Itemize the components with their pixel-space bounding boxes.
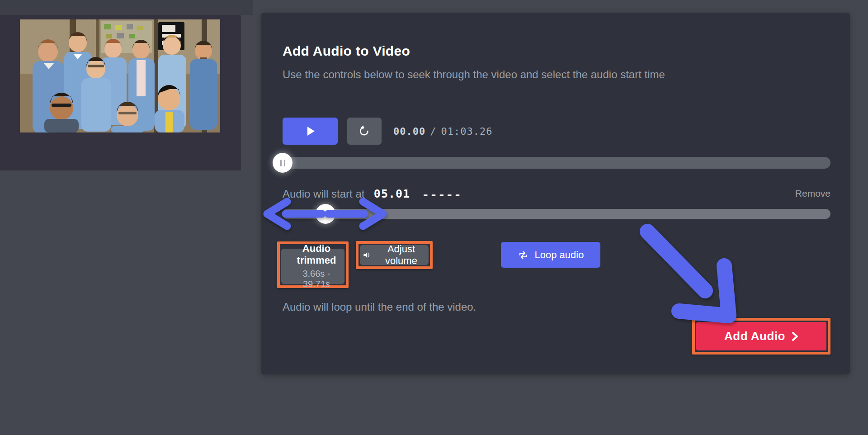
audio-slider-handle[interactable] xyxy=(316,204,335,224)
audio-start-label: Audio will start at xyxy=(283,188,364,200)
loop-note: Audio will loop until the end of the vid… xyxy=(283,301,476,313)
video-thumbnail[interactable] xyxy=(20,19,220,132)
app-root: Add Audio to Video Use the controls belo… xyxy=(0,0,868,435)
chevron-right-icon xyxy=(792,331,798,342)
dialog-subtitle: Use the controls below to seek through t… xyxy=(283,66,665,83)
video-thumbnail-art xyxy=(20,19,220,132)
remove-audio-link[interactable]: Remove xyxy=(795,188,830,199)
audio-start-value: 05.01 xyxy=(374,187,410,200)
player-controls: 00.00 / 01:03.26 xyxy=(283,118,492,145)
audio-start-row: Audio will start at 05.01 ----- Remove xyxy=(283,187,830,202)
video-seek-slider[interactable] xyxy=(283,157,830,169)
loop-audio-label: Loop audio xyxy=(535,249,584,261)
restart-icon xyxy=(358,125,371,137)
top-strip xyxy=(0,0,253,15)
add-audio-highlight: Add Audio xyxy=(692,318,830,355)
restart-button[interactable] xyxy=(347,118,382,145)
volume-icon xyxy=(363,250,371,260)
dialog-title: Add Audio to Video xyxy=(283,43,410,59)
add-audio-dialog: Add Audio to Video Use the controls belo… xyxy=(261,13,850,374)
loop-audio-button[interactable]: Loop audio xyxy=(501,242,600,268)
current-time: 00.00 xyxy=(393,126,425,137)
total-duration: 01:03.26 xyxy=(441,126,492,137)
play-button[interactable] xyxy=(283,118,338,145)
play-icon xyxy=(307,127,315,136)
audio-track[interactable] xyxy=(283,209,830,219)
time-separator: / xyxy=(430,126,436,137)
audio-trimmed-highlight: Audio trimmed 3.66s - 39.71s xyxy=(277,241,349,288)
audio-trimmed-title: Audio trimmed xyxy=(288,243,344,266)
adjust-volume-highlight: Adjust volume xyxy=(356,241,433,269)
audio-trimmed-button[interactable]: Audio trimmed 3.66s - 39.71s xyxy=(281,249,344,284)
loading-dashes: ----- xyxy=(422,188,462,202)
audio-trimmed-range: 3.66s - 39.71s xyxy=(288,269,344,289)
adjust-volume-label: Adjust volume xyxy=(377,243,426,267)
time-display: 00.00 / 01:03.26 xyxy=(393,126,492,137)
seek-handle[interactable] xyxy=(273,153,292,173)
repeat-icon xyxy=(518,250,528,260)
add-audio-button[interactable]: Add Audio xyxy=(696,322,826,350)
audio-start-slider[interactable] xyxy=(283,209,830,219)
adjust-volume-button[interactable]: Adjust volume xyxy=(360,245,429,265)
add-audio-label: Add Audio xyxy=(724,329,785,343)
video-preview-panel xyxy=(0,15,241,170)
seek-track[interactable] xyxy=(283,157,830,169)
